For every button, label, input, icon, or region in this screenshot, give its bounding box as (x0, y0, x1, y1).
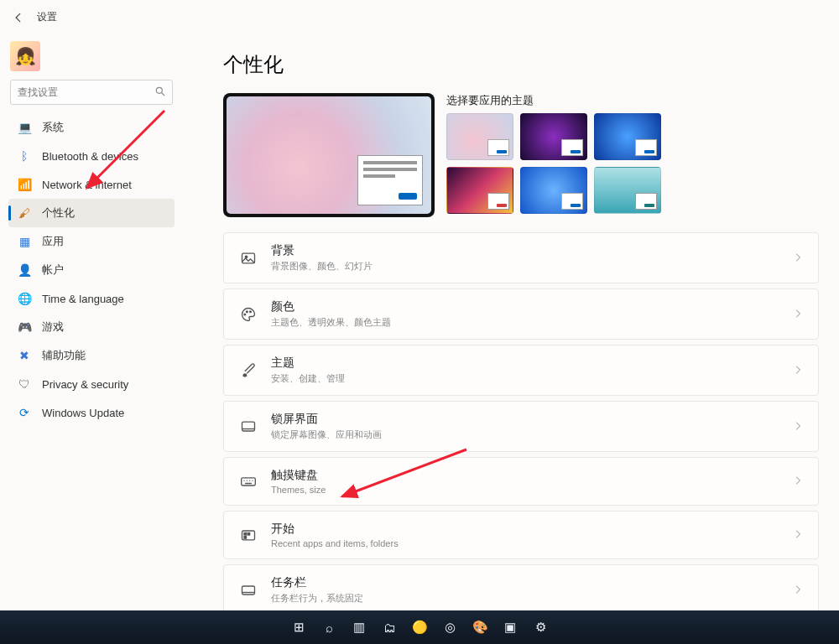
nav-icon: 🛡 (17, 377, 32, 392)
search-box[interactable] (10, 80, 173, 105)
svg-rect-10 (248, 533, 250, 536)
search-input[interactable] (10, 80, 173, 105)
setting-taskbar[interactable]: 任务栏任务栏行为，系统固定 (223, 564, 819, 615)
theme-neon-flower[interactable] (446, 167, 513, 214)
sidebar-item-2[interactable]: 📶Network & internet (8, 170, 175, 199)
taskbar-paint[interactable]: 🎨 (469, 616, 491, 638)
setting-desc: 安装、创建、管理 (271, 372, 779, 385)
sidebar-item-10[interactable]: ⟳Windows Update (8, 398, 175, 427)
svg-rect-12 (242, 586, 255, 595)
setting-title: 背景 (271, 243, 779, 258)
sidebar-item-1[interactable]: ᛒBluetooth & devices (8, 142, 175, 170)
setting-desc: 任务栏行为，系统固定 (271, 592, 779, 605)
image-icon (239, 250, 258, 267)
setting-image[interactable]: 背景背景图像、颜色、幻灯片 (223, 232, 819, 283)
nav-icon: 🖌 (17, 205, 32, 221)
setting-texts: 开始Recent apps and items, folders (271, 522, 779, 548)
theme-mini-window (561, 193, 583, 210)
sidebar-item-4[interactable]: ▦应用 (8, 227, 175, 256)
nav-label: 辅助功能 (42, 348, 86, 363)
nav-icon: 🌐 (17, 291, 32, 306)
keyboard-icon (239, 473, 258, 490)
lockscreen-icon (239, 418, 258, 435)
setting-start[interactable]: 开始Recent apps and items, folders (223, 511, 819, 559)
sidebar: 👧 💻系统ᛒBluetooth & devices📶Network & inte… (0, 31, 178, 625)
setting-texts: 触摸键盘Themes, size (271, 468, 779, 495)
chevron-right-icon (793, 527, 803, 543)
theme-mini-window (487, 193, 509, 210)
theme-blue-swirl[interactable] (594, 113, 661, 160)
svg-rect-9 (244, 533, 247, 536)
nav-icon: ⟳ (17, 405, 32, 420)
setting-desc: 锁定屏幕图像、应用和动画 (271, 428, 779, 441)
main-content: 个性化 选择要应用的主题 背景背景图像、颜色、幻灯片颜色主题色、透明效果、颜色主… (178, 31, 839, 625)
nav-icon: ✖ (17, 348, 32, 363)
setting-desc: Recent apps and items, folders (271, 538, 779, 548)
nav-label: 应用 (42, 234, 64, 249)
sidebar-item-0[interactable]: 💻系统 (8, 113, 175, 142)
setting-texts: 任务栏任务栏行为，系统固定 (271, 575, 779, 605)
nav-icon: ᛒ (17, 148, 32, 164)
taskbar-explorer[interactable]: 🗂 (378, 616, 400, 638)
nav-label: Privacy & security (42, 378, 128, 391)
chevron-right-icon (793, 419, 803, 434)
taskbar-search[interactable]: ⌕ (318, 616, 340, 638)
taskbar-icon (239, 582, 258, 599)
setting-title: 任务栏 (271, 575, 779, 590)
taskbar-settings[interactable]: ⚙ (529, 616, 551, 638)
setting-title: 主题 (271, 356, 779, 371)
nav-label: Windows Update (42, 407, 124, 419)
setting-texts: 主题安装、创建、管理 (271, 356, 779, 385)
nav-icon: 👤 (17, 262, 32, 278)
theme-mini-window (635, 139, 657, 156)
taskbar-edge[interactable]: 🟡 (409, 616, 430, 638)
taskbar: ⊞⌕▥🗂🟡◎🎨▣⚙ (0, 610, 839, 644)
nav-icon: ▦ (17, 234, 32, 249)
back-button[interactable] (12, 11, 25, 24)
taskbar-taskview[interactable]: ▥ (348, 616, 370, 638)
start-icon (239, 527, 258, 543)
sidebar-item-3[interactable]: 🖌个性化 (8, 199, 175, 227)
theme-mini-window (635, 193, 657, 210)
theme-light-bloom[interactable] (446, 113, 513, 160)
palette-icon (239, 306, 258, 323)
setting-palette[interactable]: 颜色主题色、透明效果、颜色主题 (223, 288, 819, 340)
setting-brush[interactable]: 主题安装、创建、管理 (223, 345, 819, 396)
sidebar-item-7[interactable]: 🎮游戏 (8, 313, 175, 341)
setting-texts: 颜色主题色、透明效果、颜色主题 (271, 299, 779, 329)
theme-ocean[interactable] (594, 167, 661, 214)
setting-title: 触摸键盘 (271, 468, 779, 483)
app-name: 设置 (37, 10, 57, 24)
page-title: 个性化 (223, 51, 819, 78)
svg-point-5 (250, 310, 252, 312)
setting-desc: 背景图像、颜色、幻灯片 (271, 260, 779, 273)
setting-lockscreen[interactable]: 锁屏界面锁定屏幕图像、应用和动画 (223, 401, 819, 452)
nav-label: 游戏 (42, 319, 64, 335)
chevron-right-icon (793, 251, 803, 266)
nav-label: Time & language (42, 293, 124, 305)
taskbar-chrome[interactable]: ◎ (439, 616, 461, 638)
nav-label: Network & internet (42, 179, 132, 191)
nav-icon: 💻 (17, 120, 32, 135)
setting-title: 开始 (271, 522, 779, 537)
sidebar-item-8[interactable]: ✖辅助功能 (8, 341, 175, 370)
nav-icon: 📶 (17, 177, 32, 192)
setting-desc: 主题色、透明效果、颜色主题 (271, 316, 779, 329)
svg-rect-6 (242, 422, 255, 431)
theme-blue-swirl-2[interactable] (520, 167, 587, 214)
setting-keyboard[interactable]: 触摸键盘Themes, size (223, 457, 819, 506)
sidebar-item-5[interactable]: 👤帐户 (8, 256, 175, 284)
nav-label: 个性化 (42, 205, 75, 221)
svg-point-3 (244, 314, 246, 315)
sidebar-item-6[interactable]: 🌐Time & language (8, 284, 175, 313)
search-icon (154, 86, 166, 101)
chevron-right-icon (793, 583, 803, 598)
chevron-right-icon (793, 307, 803, 322)
sidebar-item-9[interactable]: 🛡Privacy & security (8, 370, 175, 398)
taskbar-start[interactable]: ⊞ (288, 616, 310, 638)
nav-label: 系统 (42, 120, 64, 135)
theme-dark-purple[interactable] (520, 113, 587, 160)
user-avatar[interactable]: 👧 (10, 41, 40, 71)
taskbar-app1[interactable]: ▣ (499, 616, 521, 638)
nav-label: Bluetooth & devices (42, 150, 138, 163)
